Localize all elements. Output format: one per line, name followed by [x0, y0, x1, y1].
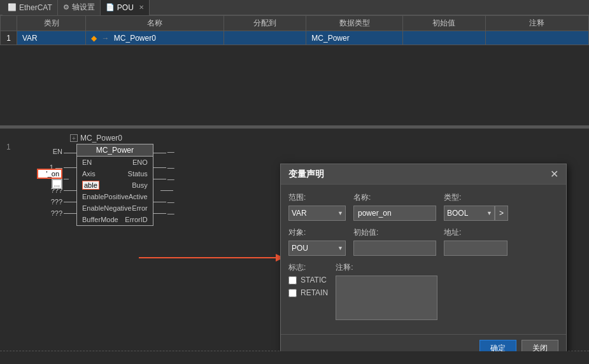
- form-group-name: 名称:: [353, 192, 436, 221]
- fb-instance-wrapper: + MC_Power0: [32, 134, 174, 143]
- rpin-busy-val: —: [166, 175, 174, 183]
- fb-pin-enablenegative: EnableNegative: [82, 204, 132, 212]
- var-name: MC_Power0: [114, 34, 156, 43]
- var-table-section: 类别 名称 分配到 数据类型 初始值 注释 1 VAR ◆ →: [0, 15, 589, 127]
- pou-section: 1 + MC_Power0 EN 1 —: [0, 129, 589, 351]
- name-label: 名称:: [353, 192, 436, 203]
- flags-label: 标志:: [288, 262, 328, 273]
- row-num-1: 1: [1, 31, 17, 45]
- lpin-enable: '_on ...: [32, 173, 76, 185]
- col-comment: 注释: [485, 16, 588, 31]
- form-group-address: 地址:: [444, 227, 507, 256]
- lpin-enablenegative-val: ???: [32, 198, 64, 206]
- initial-input[interactable]: [353, 241, 436, 256]
- name-input[interactable]: [353, 206, 436, 221]
- tab-ethercat[interactable]: ⬜ EtherCAT: [3, 0, 58, 15]
- col-assign: 分配到: [224, 16, 306, 31]
- axis-settings-icon: ⚙: [63, 3, 69, 11]
- pou-row-num: 1: [6, 143, 11, 151]
- fb-row-enable-busy: able Busy: [77, 179, 153, 191]
- wire-buffermode: [64, 213, 76, 214]
- form-group-comment: 注释:: [336, 262, 437, 320]
- var-table-wrapper: 类别 名称 分配到 数据类型 初始值 注释 1 VAR ◆ →: [0, 15, 589, 45]
- confirm-button[interactable]: 确定: [479, 340, 516, 351]
- rpin-error: —: [153, 196, 174, 207]
- fb-pin-active: Active: [129, 193, 148, 200]
- tab-axis-label: 轴设置: [72, 2, 95, 13]
- wire-busy: [153, 179, 166, 179]
- fb-right-col: — — — —: [153, 144, 174, 219]
- pou-icon: 📄: [106, 3, 115, 11]
- fb-body: MC_Power EN ENO Axis Status able Busy: [76, 144, 153, 226]
- fb-pin-enable: able: [82, 181, 99, 190]
- scope-select[interactable]: VAR VAR_INPUT VAR_OUTPUT VAR_GLOBAL: [288, 206, 346, 221]
- cell-comment: [485, 31, 588, 45]
- target-label: 对象:: [288, 227, 346, 238]
- type-select[interactable]: BOOL INT DINT REAL: [444, 206, 495, 221]
- form-group-initial: 初始值:: [353, 227, 436, 256]
- rpin-eno-val: —: [166, 148, 174, 155]
- fb-pin-error: Error: [132, 204, 147, 212]
- rpin-status: —: [153, 162, 174, 173]
- fb-diagram: + MC_Power0 EN 1 — '_on: [32, 134, 174, 226]
- arrow-svg: [139, 253, 285, 263]
- wire-status: [153, 167, 166, 168]
- lpin-enablepos: ???: [32, 185, 76, 196]
- fb-pin-status: Status: [128, 170, 148, 178]
- expand-icon[interactable]: +: [70, 134, 78, 142]
- diamond-icon: ◆: [91, 34, 97, 43]
- retain-checkbox[interactable]: [288, 289, 297, 297]
- fb-row-enablepos-active: EnablePositive Active: [77, 191, 153, 202]
- fb-pin-buffermode: BufferMode: [82, 216, 118, 223]
- scope-label: 范围:: [288, 192, 346, 203]
- type-input-wrap: BOOL INT DINT REAL >: [444, 206, 508, 221]
- wire-error: [153, 202, 166, 202]
- comment-label: 注释:: [336, 262, 437, 273]
- wire-errorid: [153, 213, 166, 214]
- dialog-close-btn[interactable]: ✕: [550, 168, 558, 180]
- fb-row-enablenegative-error: EnableNegative Error: [77, 202, 153, 214]
- tab-pou-label: POU: [117, 3, 134, 12]
- rpin-errorid: —: [153, 207, 174, 219]
- type-select-wrap: BOOL INT DINT REAL: [444, 206, 495, 221]
- wire-enablenegative: [64, 202, 76, 202]
- fb-instance-name: MC_Power0: [80, 134, 122, 143]
- retain-label: RETAIN: [301, 288, 328, 297]
- type-arrow-btn[interactable]: >: [495, 206, 508, 221]
- address-label: 地址:: [444, 227, 507, 238]
- static-checkbox[interactable]: [288, 276, 297, 284]
- variable-declaration-dialog[interactable]: 变量声明 ✕ 范围: VAR VAR_INPUT VAR_OUTPUT VAR_…: [280, 164, 567, 351]
- dialog-body: 范围: VAR VAR_INPUT VAR_OUTPUT VAR_GLOBAL …: [281, 185, 566, 334]
- address-input[interactable]: [444, 241, 507, 256]
- col-initial: 初始值: [402, 16, 485, 31]
- tab-ethercat-label: EtherCAT: [19, 3, 52, 12]
- cell-assign: [224, 31, 306, 45]
- tab-pou-close[interactable]: ✕: [139, 4, 144, 11]
- close-button[interactable]: 关闭: [522, 340, 558, 351]
- fb-left-col: EN 1 — '_on ... ???: [32, 144, 76, 219]
- fb-row-buffermode-errorid: BufferMode ErrorID: [77, 214, 153, 225]
- lpin-enablepos-val: ???: [32, 186, 64, 194]
- form-group-flags: 标志: STATIC RETAIN: [288, 262, 328, 297]
- comment-textarea[interactable]: [336, 276, 437, 320]
- fb-pin-busy: Busy: [132, 181, 147, 189]
- tab-axis-settings[interactable]: ⚙ 轴设置: [58, 0, 101, 15]
- wire-eno: [153, 153, 166, 153]
- cell-datatype: MC_Power: [306, 31, 402, 45]
- var-table: 类别 名称 分配到 数据类型 初始值 注释 1 VAR ◆ →: [0, 15, 589, 45]
- col-category: 类别: [17, 16, 85, 31]
- target-select-wrap: POU GVL: [288, 241, 346, 256]
- wire-active: [160, 190, 173, 191]
- highlighted-enable[interactable]: '_on: [37, 169, 62, 179]
- form-row-1: 范围: VAR VAR_INPUT VAR_OUTPUT VAR_GLOBAL …: [288, 192, 558, 221]
- target-select[interactable]: POU GVL: [288, 241, 346, 256]
- static-label: STATIC: [301, 276, 327, 284]
- rpin-busy: —: [153, 173, 174, 185]
- fb-pin-errorid: ErrorID: [125, 216, 147, 223]
- wire-en: [64, 153, 76, 153]
- table-row[interactable]: 1 VAR ◆ → MC_Power0 MC_Power: [1, 31, 589, 45]
- rpin-active: [153, 185, 174, 196]
- lpin-enablenegative: ???: [32, 196, 76, 207]
- lpin-en-val: EN: [32, 148, 64, 155]
- tab-pou[interactable]: 📄 POU ✕: [101, 0, 150, 15]
